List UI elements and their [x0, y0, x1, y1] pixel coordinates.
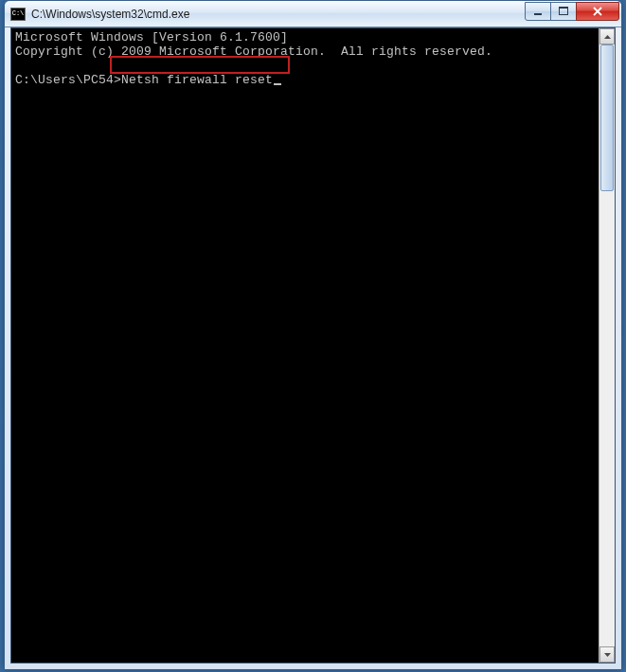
chevron-up-icon [604, 35, 611, 39]
console-command: Netsh firewall reset [121, 73, 273, 87]
window-controls [526, 2, 619, 21]
close-button[interactable] [576, 2, 619, 21]
minimize-icon [533, 8, 543, 15]
chevron-down-icon [604, 653, 611, 657]
svg-rect-2 [559, 7, 568, 9]
scroll-track[interactable] [599, 44, 615, 646]
console-line: Copyright (c) 2009 Microsoft Corporation… [15, 44, 492, 59]
cmd-window: C:\Windows\system32\cmd.exe Microsoft Wi… [4, 0, 622, 670]
titlebar[interactable]: C:\Windows\system32\cmd.exe [5, 1, 621, 27]
cmd-icon [10, 8, 26, 21]
close-icon [592, 7, 603, 16]
scroll-up-button[interactable] [599, 28, 615, 44]
console-client-area: Microsoft Windows [Version 6.1.7600] Cop… [10, 27, 616, 663]
vertical-scrollbar[interactable] [599, 28, 615, 663]
cursor [274, 83, 281, 85]
window-title: C:\Windows\system32\cmd.exe [31, 8, 526, 21]
maximize-icon [559, 7, 568, 15]
svg-rect-0 [534, 13, 542, 15]
scroll-thumb[interactable] [600, 44, 614, 191]
maximize-button[interactable] [550, 2, 577, 21]
scroll-down-button[interactable] [599, 646, 615, 663]
console-output[interactable]: Microsoft Windows [Version 6.1.7600] Cop… [11, 28, 598, 663]
console-line: Microsoft Windows [Version 6.1.7600] [15, 30, 288, 44]
minimize-button[interactable] [525, 2, 551, 21]
console-prompt: C:\Users\PC54> [15, 73, 121, 87]
